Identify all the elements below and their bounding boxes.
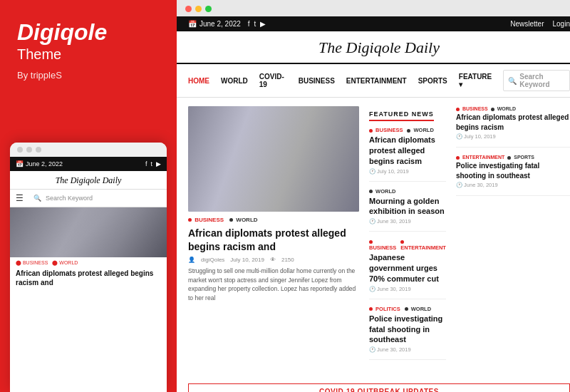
- right-item-1: BUSINESS WORLD African diplomats protest…: [456, 106, 570, 148]
- right-item-2-date: 🕐 June 30, 2019: [456, 182, 570, 188]
- covid-banner[interactable]: COVID-19 OUTBREAK UPDATES: [188, 383, 570, 392]
- browser-dot-yellow[interactable]: [195, 6, 202, 12]
- newsletter-link[interactable]: Newsletter: [510, 20, 544, 28]
- clock-icon: 🕐: [369, 218, 375, 225]
- main-article-meta: 👤 digiQoles July 10, 2019 👁 2150: [188, 257, 359, 263]
- news-topbar: 📅 June 2, 2022 f t ▶ Newsletter Login: [177, 16, 570, 31]
- main-article-title[interactable]: African diplomats protest alleged begins…: [188, 227, 359, 254]
- search-icon: 🔍: [508, 77, 517, 85]
- main-article-excerpt: Struggling to sell one multi-million dol…: [188, 267, 359, 303]
- featured-item-3-date: 🕐 June 30, 2019: [369, 286, 446, 292]
- featured-item-1: BUSINESS WORLD African diplomats protest…: [369, 127, 446, 182]
- mobile-topbar: 📅 June 2, 2022 f t ▶: [10, 157, 167, 171]
- right-item-1-date: 🕐 July 10, 2019: [456, 133, 570, 140]
- nav-entertainment[interactable]: ENTERTAINMENT: [346, 77, 407, 85]
- right-panel: 📅 June 2, 2022 f t ▶ Newsletter Login Th…: [177, 0, 570, 392]
- main-nav: HOME WORLD COVID-19 BUSINESS ENTERTAINME…: [177, 64, 570, 98]
- nav-covid[interactable]: COVID-19: [259, 73, 287, 88]
- main-article-image: [188, 106, 359, 212]
- clock-icon: 🕐: [456, 182, 462, 188]
- mobile-chrome-dots: [10, 143, 167, 157]
- right-item-2-title[interactable]: Police investigating fatal shooting in s…: [456, 161, 570, 180]
- browser-dot-red[interactable]: [185, 6, 192, 12]
- right-column: BUSINESS WORLD African diplomats protest…: [456, 106, 570, 372]
- main-article: BUSINESS WORLD African diplomats protest…: [188, 106, 359, 372]
- browser-chrome: [177, 0, 570, 16]
- clock-icon: 🕐: [369, 346, 375, 353]
- mobile-logo: The Digiqole Daily: [10, 171, 167, 190]
- featured-item-4-date: 🕐 June 30, 2019: [369, 346, 446, 353]
- mobile-article-tags: ⬤ BUSINESS ⬤ WORLD: [10, 257, 167, 269]
- featured-item-4-tags: POLITICS WORLD: [369, 306, 446, 312]
- calendar-icon: 📅: [188, 20, 197, 28]
- browser-content: 📅 June 2, 2022 f t ▶ Newsletter Login Th…: [177, 16, 570, 392]
- hamburger-icon[interactable]: ☰: [16, 193, 24, 203]
- right-item-1-tags: BUSINESS WORLD: [456, 106, 570, 111]
- featured-item-2-tags: WORLD: [369, 188, 446, 195]
- topbar-right: Newsletter Login: [510, 20, 570, 28]
- featured-item-4-title[interactable]: Police investigating fatal shooting in s…: [369, 314, 446, 346]
- author-icon: 👤: [188, 257, 195, 263]
- tag-dot-world: ⬤ WORLD: [52, 260, 78, 266]
- featured-item-2-title[interactable]: Mourning a golden exhibition in season: [369, 196, 446, 217]
- featured-item-1-title[interactable]: African diplomats protest alleged begins…: [369, 135, 446, 167]
- article-author: digiQoles: [201, 257, 224, 263]
- featured-item-1-date: 🕐 July 10, 2019: [369, 168, 446, 175]
- newspaper-logo: The Digiqole Daily: [177, 31, 570, 64]
- clock-icon: 🕐: [369, 168, 375, 175]
- nav-sports[interactable]: SPORTS: [418, 77, 447, 85]
- featured-item-2: WORLD Mourning a golden exhibition in se…: [369, 188, 446, 232]
- mobile-social: f t ▶: [145, 160, 161, 167]
- mobile-dot-2: [26, 147, 32, 153]
- search-icon: 🔍: [33, 195, 41, 202]
- facebook-icon: f: [145, 160, 147, 167]
- tag-dot-business: ⬤ BUSINESS: [16, 260, 48, 266]
- featured-column: FEATURED NEWS BUSINESS WORLD African dip…: [369, 106, 446, 372]
- right-item-1-title[interactable]: African diplomats protest alleged begins…: [456, 113, 570, 132]
- calendar-icon: 📅: [16, 160, 24, 167]
- facebook-icon[interactable]: f: [248, 20, 250, 28]
- mobile-search[interactable]: ☰ 🔍 Search Keyword: [10, 190, 167, 207]
- topbar-social: f t ▶: [248, 20, 266, 28]
- mobile-article-image: [10, 207, 167, 257]
- left-panel: Digiqole Theme By trippleS 📅 June 2, 202…: [0, 0, 177, 392]
- news-main: BUSINESS WORLD African diplomats protest…: [177, 98, 570, 381]
- by-line: By trippleS: [17, 70, 160, 81]
- topbar-date: 📅 June 2, 2022: [188, 20, 241, 28]
- mobile-mockup: 📅 June 2, 2022 f t ▶ The Digiqole Daily …: [10, 143, 167, 392]
- browser-dots: [185, 6, 570, 12]
- nav-home[interactable]: HOME: [188, 77, 209, 85]
- views-icon: 👁: [270, 257, 276, 263]
- twitter-icon[interactable]: t: [254, 20, 256, 28]
- mobile-dot-1: [17, 147, 23, 153]
- mobile-article-title: African diplomats protest alleged begins…: [10, 269, 167, 290]
- right-item-2-tags: ENTERTAINMENT SPORTS: [456, 155, 570, 160]
- article-views: 2150: [281, 257, 294, 263]
- article-date: July 10, 2019: [230, 257, 264, 263]
- featured-item-1-tags: BUSINESS WORLD: [369, 127, 446, 133]
- featured-item-3-tags: BUSINESS ENTERTAINMENT: [369, 238, 446, 251]
- tag-business: BUSINESS: [188, 217, 224, 223]
- featured-item-2-date: 🕐 June 30, 2019: [369, 218, 446, 225]
- featured-item-4: POLITICS WORLD Police investigating fata…: [369, 306, 446, 361]
- nav-business[interactable]: BUSINESS: [299, 77, 335, 85]
- clock-icon: 🕐: [369, 286, 375, 292]
- brand-title: Digiqole Theme: [17, 20, 160, 63]
- clock-icon: 🕐: [456, 133, 462, 140]
- featured-item-3-title[interactable]: Japanese government urges 70% commuter c…: [369, 252, 446, 284]
- youtube-icon: ▶: [156, 160, 161, 167]
- mobile-date: 📅 June 2, 2022: [16, 160, 63, 167]
- twitter-icon: t: [150, 160, 152, 167]
- nav-search[interactable]: 🔍 Search Keyword: [503, 70, 570, 91]
- login-link[interactable]: Login: [552, 20, 569, 28]
- youtube-icon[interactable]: ▶: [260, 20, 266, 28]
- browser-dot-green[interactable]: [205, 6, 212, 12]
- featured-label: FEATURED NEWS: [369, 110, 434, 121]
- mobile-dot-3: [36, 147, 41, 153]
- tag-world: WORLD: [229, 217, 257, 223]
- featured-item-3: BUSINESS ENTERTAINMENT Japanese governme…: [369, 238, 446, 299]
- right-item-2: ENTERTAINMENT SPORTS Police investigatin…: [456, 155, 570, 196]
- nav-world[interactable]: WORLD: [221, 77, 248, 85]
- nav-feature[interactable]: FEATURE ▾: [459, 73, 492, 88]
- main-article-tags: BUSINESS WORLD: [188, 217, 359, 223]
